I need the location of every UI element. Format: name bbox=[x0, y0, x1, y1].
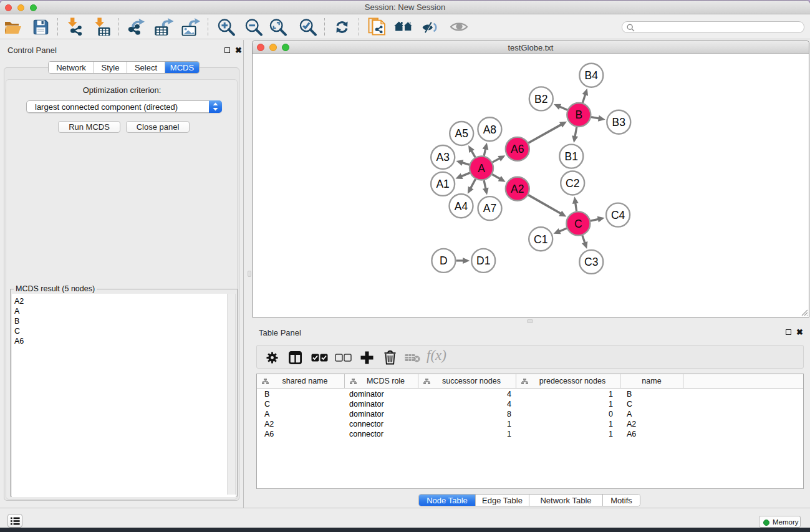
svg-text:B1: B1 bbox=[565, 150, 578, 163]
svg-text:A7: A7 bbox=[483, 202, 496, 215]
svg-text:A2: A2 bbox=[511, 183, 524, 195]
svg-text:B4: B4 bbox=[585, 69, 599, 82]
svg-text:A: A bbox=[478, 162, 485, 175]
svg-text:B3: B3 bbox=[612, 116, 625, 128]
svg-text:C3: C3 bbox=[584, 256, 598, 268]
svg-text:A8: A8 bbox=[483, 123, 496, 136]
svg-text:A6: A6 bbox=[511, 143, 524, 155]
svg-text:C: C bbox=[574, 218, 582, 230]
svg-text:D: D bbox=[440, 254, 448, 267]
svg-text:C4: C4 bbox=[611, 209, 625, 221]
svg-text:B2: B2 bbox=[534, 93, 547, 105]
svg-text:A4: A4 bbox=[455, 200, 468, 213]
svg-text:B: B bbox=[575, 109, 582, 121]
svg-text:A5: A5 bbox=[455, 127, 468, 140]
svg-text:C1: C1 bbox=[534, 233, 547, 246]
svg-text:D1: D1 bbox=[476, 254, 490, 267]
svg-text:A3: A3 bbox=[436, 151, 449, 163]
svg-text:A1: A1 bbox=[436, 178, 449, 190]
svg-text:C2: C2 bbox=[566, 177, 579, 190]
